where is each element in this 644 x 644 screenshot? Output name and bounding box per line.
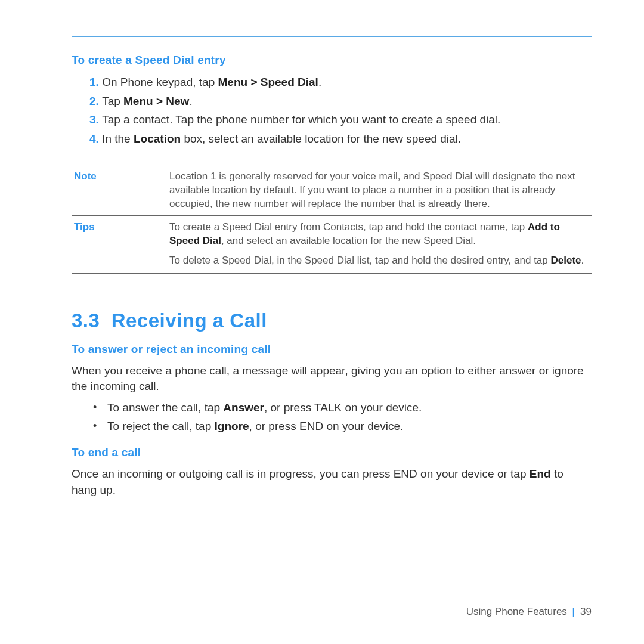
note-row: Note Location 1 is generally reserved fo… [72, 165, 592, 216]
bold-text: Ignore [215, 420, 249, 432]
section-title: Receiving a Call [112, 309, 267, 332]
step-item: 2. Tap Menu > New. [72, 93, 592, 110]
bold-text: Answer [223, 401, 264, 414]
step-item: 4. In the Location box, select an availa… [72, 131, 592, 147]
section-heading-receiving-call: 3.3 Receiving a Call [72, 309, 592, 332]
answer-reject-intro: When you receive a phone call, a message… [72, 363, 592, 395]
answer-reject-bullets: To answer the call, tap Answer, or press… [72, 400, 592, 434]
footer-chapter: Using Phone Features [466, 606, 567, 617]
header-rule [72, 36, 592, 37]
step-item: 1. On Phone keypad, tap Menu > Speed Dia… [72, 74, 592, 91]
step-number: 3. [89, 113, 102, 126]
speed-dial-steps: 1. On Phone keypad, tap Menu > Speed Dia… [72, 74, 592, 147]
bullet-item: To answer the call, tap Answer, or press… [107, 400, 592, 416]
tips-p2: To delete a Speed Dial, in the Speed Dia… [169, 254, 589, 268]
info-table: Note Location 1 is generally reserved fo… [72, 165, 592, 274]
bold-text: End [530, 467, 551, 480]
step-number: 4. [89, 132, 102, 145]
footer-separator: | [570, 606, 578, 617]
bold-text: Menu > Speed Dial [218, 76, 318, 88]
tips-row: Tips To create a Speed Dial entry from C… [72, 216, 592, 274]
bold-text: Location [134, 132, 181, 145]
tips-p1: To create a Speed Dial entry from Contac… [169, 221, 589, 248]
note-text: Location 1 is generally reserved for you… [167, 165, 592, 216]
tips-body: To create a Speed Dial entry from Contac… [167, 216, 592, 274]
tips-label: Tips [72, 216, 167, 274]
subheading-speed-dial: To create a Speed Dial entry [72, 54, 592, 67]
bullet-item: To reject the call, tap Ignore, or press… [107, 418, 592, 435]
bold-text: Delete [551, 255, 581, 266]
step-number: 2. [89, 95, 102, 107]
step-item: 3. Tap a contact. Tap the phone number f… [72, 112, 592, 128]
end-call-text: Once an incoming or outgoing call is in … [72, 466, 592, 498]
step-number: 1. [89, 76, 102, 88]
bold-text: Add to Speed Dial [169, 221, 560, 246]
bold-text: Menu > New [123, 95, 189, 107]
footer-page-number: 39 [580, 606, 592, 617]
document-page: To create a Speed Dial entry 1. On Phone… [0, 0, 644, 644]
page-footer: Using Phone Features | 39 [466, 606, 592, 618]
subheading-answer-reject: To answer or reject an incoming call [72, 343, 592, 356]
section-number: 3.3 [72, 309, 100, 332]
note-label: Note [72, 165, 167, 216]
subheading-end-call: To end a call [72, 446, 592, 459]
